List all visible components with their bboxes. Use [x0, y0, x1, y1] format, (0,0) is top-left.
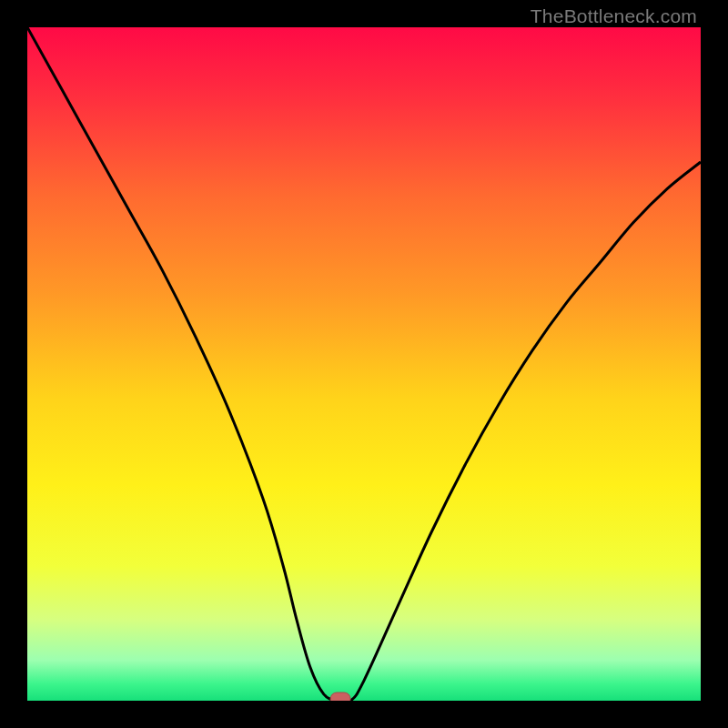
gradient-background — [27, 27, 701, 701]
chart-frame: TheBottleneck.com — [0, 0, 728, 728]
watermark-text: TheBottleneck.com — [531, 5, 697, 27]
plot-area — [27, 27, 701, 701]
optimal-marker — [330, 693, 350, 701]
chart-svg — [27, 27, 701, 701]
